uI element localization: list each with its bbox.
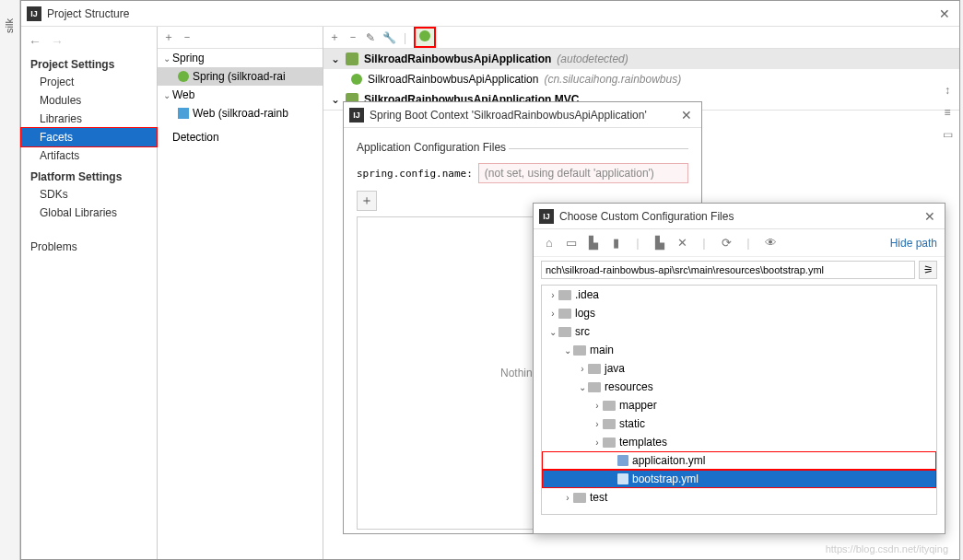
path-input[interactable]: nch\silkroad-rainbowbus-api\src\main\res… xyxy=(541,261,915,279)
folder-icon xyxy=(558,327,571,337)
facets-tree-panel: ＋ － ⌄ Spring Spring (silkroad-rai ⌄ Web … xyxy=(158,27,323,559)
edit-icon[interactable]: ✎ xyxy=(366,31,375,44)
tree-src[interactable]: ⌄src xyxy=(542,322,936,341)
ctx-title: Spring Boot Context 'SilkroadRainbowbusA… xyxy=(370,109,677,122)
tree-web[interactable]: ⌄ Web xyxy=(158,86,323,104)
choose-toolbar: ⌂ ▭ ▙ ▮ | ▙ ✕ | ⟳ | 👁 Hide path xyxy=(534,229,945,257)
home-icon[interactable]: ⌂ xyxy=(541,236,558,250)
sidebar-problems[interactable]: Problems xyxy=(21,235,157,255)
separator: | xyxy=(740,236,757,250)
remove-icon[interactable]: － xyxy=(182,29,193,45)
spring-icon xyxy=(178,71,189,82)
path-row: nch\silkroad-rainbowbus-api\src\main\res… xyxy=(534,257,945,283)
tree-toggle-button[interactable]: ⚞ xyxy=(919,261,937,279)
module-icon[interactable]: ▮ xyxy=(607,236,624,250)
folder-icon xyxy=(588,382,601,392)
intellij-icon: IJ xyxy=(27,6,41,21)
config-name-row: spring.config.name: (not set, using defa… xyxy=(357,163,688,183)
intellij-icon: IJ xyxy=(349,108,364,122)
ps-titlebar[interactable]: IJ Project Structure ✕ xyxy=(21,1,959,27)
tree-static[interactable]: ›static xyxy=(542,414,936,433)
yml-icon xyxy=(617,455,628,466)
web-icon xyxy=(178,108,189,119)
chevron-down-icon: ⌄ xyxy=(331,52,340,65)
collapse-icon[interactable]: ▭ xyxy=(939,126,956,143)
tree-spring-child[interactable]: Spring (silkroad-rai xyxy=(158,67,323,86)
choose-titlebar[interactable]: IJ Choose Custom Configuration Files ✕ xyxy=(534,204,945,229)
tree-main[interactable]: ⌄main xyxy=(542,341,936,359)
ps-title: Project Structure xyxy=(47,7,935,20)
gutter-tab[interactable]: silk xyxy=(4,18,15,33)
add-icon[interactable]: ＋ xyxy=(329,29,340,45)
close-icon[interactable]: ✕ xyxy=(677,108,696,122)
spring-boot-action-icon[interactable] xyxy=(414,27,436,48)
tree-java[interactable]: ›java xyxy=(542,359,936,378)
tree-resources[interactable]: ⌄resources xyxy=(542,378,936,396)
chevron-down-icon: ⌄ xyxy=(161,53,172,64)
watermark: https://blog.csdn.net/ityqing xyxy=(826,543,948,554)
sidebar-libraries[interactable]: Libraries xyxy=(21,110,157,128)
sidebar-facets[interactable]: Facets xyxy=(20,127,158,147)
separator: | xyxy=(696,236,712,250)
spring-icon xyxy=(351,74,362,85)
app-name: SilkroadRainbowbusApiApplication xyxy=(364,52,551,65)
chevron-down-icon: ⌄ xyxy=(331,93,340,106)
project-icon[interactable]: ▙ xyxy=(585,236,602,250)
folder-icon xyxy=(573,345,586,356)
tree-file-bootstrap[interactable]: bootstrap.yml xyxy=(542,470,936,488)
app-row-root[interactable]: ⌄ SilkroadRainbowbusApiApplication (auto… xyxy=(323,49,959,69)
folder-icon xyxy=(558,309,571,319)
add-icon[interactable]: ＋ xyxy=(163,29,174,45)
forward-arrow-icon[interactable]: → xyxy=(51,34,64,49)
filter-icon[interactable]: ≡ xyxy=(939,104,956,121)
chevron-down-icon: ⌄ xyxy=(161,90,172,100)
remove-icon[interactable]: － xyxy=(347,29,358,45)
file-tree[interactable]: ›.idea ›logs ⌄src ⌄main ›java ⌄resources… xyxy=(541,285,937,515)
folder-icon xyxy=(573,493,586,503)
module-icon xyxy=(346,52,358,65)
choose-files-dialog: IJ Choose Custom Configuration Files ✕ ⌂… xyxy=(533,203,945,534)
sidebar-sdks[interactable]: SDKs xyxy=(21,185,157,204)
tree-test[interactable]: ›test xyxy=(542,488,936,507)
show-hidden-icon[interactable]: 👁 xyxy=(762,236,779,250)
yml-icon xyxy=(617,473,628,484)
app-pkg: (cn.silucaihong.rainbowbus) xyxy=(544,73,681,86)
tree-web-child[interactable]: Web (silkroad-rainb xyxy=(158,104,323,122)
tree-idea[interactable]: ›.idea xyxy=(542,286,936,304)
sort-icon[interactable]: ↕ xyxy=(939,82,956,99)
close-icon[interactable]: ✕ xyxy=(921,209,939,224)
sidebar-modules[interactable]: Modules xyxy=(21,91,157,110)
app-row-child[interactable]: SilkroadRainbowbusApiApplication (cn.sil… xyxy=(323,69,959,89)
tree-spring[interactable]: ⌄ Spring xyxy=(158,49,323,67)
intellij-icon: IJ xyxy=(539,209,554,224)
sidebar-artifacts[interactable]: Artifacts xyxy=(21,146,157,165)
detail-toolbar: ＋ － ✎ 🔧 | xyxy=(323,27,959,49)
ps-sidebar: ← → Project Settings Project Modules Lib… xyxy=(21,27,158,559)
folder-icon xyxy=(588,364,601,374)
right-tool-strip: ↕ ≡ ▭ xyxy=(939,82,956,143)
ide-left-gutter: silk xyxy=(0,0,20,560)
fieldset-label: Application Configuration Files xyxy=(357,137,688,163)
tree-templates[interactable]: ›templates xyxy=(542,433,936,451)
add-file-button[interactable]: ＋ xyxy=(357,191,377,211)
sidebar-global-libraries[interactable]: Global Libraries xyxy=(21,204,157,222)
config-key: spring.config.name: xyxy=(357,168,473,180)
close-icon[interactable]: ✕ xyxy=(935,6,954,21)
delete-icon[interactable]: ✕ xyxy=(674,236,690,250)
tree-mapper[interactable]: ›mapper xyxy=(542,396,936,414)
config-value-input[interactable]: (not set, using default 'application') xyxy=(478,163,688,183)
newfolder-icon[interactable]: ▙ xyxy=(652,236,668,250)
wrench-icon[interactable]: 🔧 xyxy=(382,31,396,44)
folder-icon xyxy=(603,419,616,429)
sidebar-project[interactable]: Project xyxy=(21,73,157,91)
desktop-icon[interactable]: ▭ xyxy=(563,236,580,250)
app-name: SilkroadRainbowbusApiApplication xyxy=(368,73,538,86)
tree-detection[interactable]: Detection xyxy=(158,128,323,146)
section-platform-settings: Platform Settings xyxy=(21,165,157,185)
refresh-icon[interactable]: ⟳ xyxy=(718,236,734,250)
back-arrow-icon[interactable]: ← xyxy=(29,34,41,49)
hide-path-link[interactable]: Hide path xyxy=(890,237,937,250)
tree-logs[interactable]: ›logs xyxy=(542,304,936,322)
tree-file-application[interactable]: applicaiton.yml xyxy=(542,451,936,470)
ctx-titlebar[interactable]: IJ Spring Boot Context 'SilkroadRainbowb… xyxy=(344,102,701,128)
